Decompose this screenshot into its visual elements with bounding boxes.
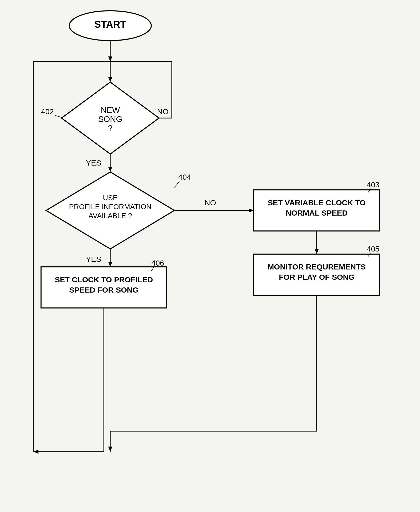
svg-text:FOR PLAY OF SONG: FOR PLAY OF SONG [279,273,354,281]
svg-text:AVAILABLE ?: AVAILABLE ? [88,212,132,220]
svg-text:USE: USE [103,194,118,202]
svg-text:SET VARIABLE CLOCK TO: SET VARIABLE CLOCK TO [268,198,366,207]
flowchart-diagram: START NEW SONG ? 402 NO YES USE [0,0,420,512]
svg-text:402: 402 [41,107,54,116]
svg-text:YES: YES [86,159,101,167]
svg-text:403: 403 [367,180,379,189]
svg-text:?: ? [108,123,113,133]
svg-text:404: 404 [178,173,191,181]
svg-text:MONITOR REQUREMENTS: MONITOR REQUREMENTS [268,263,366,271]
svg-text:NO: NO [157,107,169,116]
svg-text:SET CLOCK TO PROFILED: SET CLOCK TO PROFILED [55,275,153,284]
svg-text:405: 405 [367,245,379,253]
svg-text:NO: NO [205,198,216,207]
svg-text:YES: YES [86,255,101,263]
svg-text:SPEED FOR SONG: SPEED FOR SONG [69,286,138,294]
svg-text:406: 406 [151,259,164,267]
start-label: START [94,19,126,30]
svg-text:PROFILE INFORMATION: PROFILE INFORMATION [69,203,152,211]
svg-text:NEW: NEW [101,105,120,115]
svg-text:SONG: SONG [98,114,122,124]
svg-text:NORMAL SPEED: NORMAL SPEED [286,209,347,217]
